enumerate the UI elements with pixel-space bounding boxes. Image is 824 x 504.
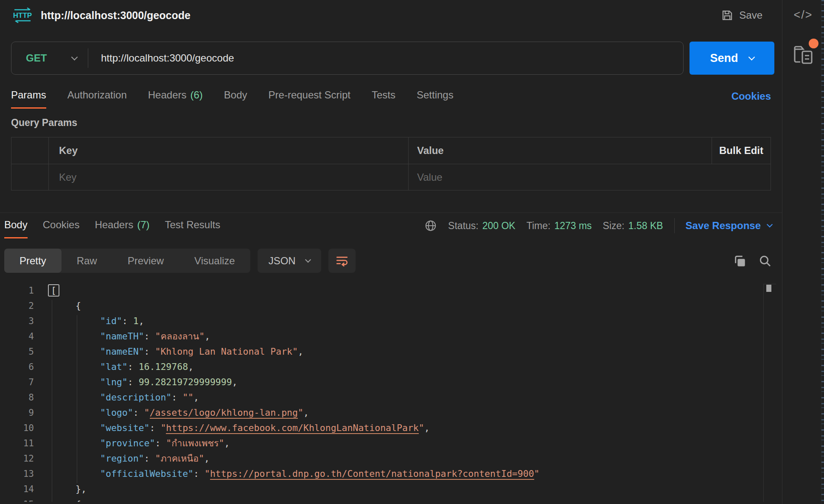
- code-token: :: [171, 392, 182, 403]
- resp-tab-headers[interactable]: Headers(7): [95, 219, 149, 238]
- url-box: GET http://localhost:3000/geocode: [11, 42, 684, 75]
- query-params-title: Query Params: [11, 117, 771, 129]
- tab-label: Body: [224, 89, 247, 101]
- code-token: "": [182, 392, 193, 403]
- save-button[interactable]: Save: [721, 9, 762, 22]
- code-minimap: [821, 0, 824, 504]
- code-token: :: [122, 316, 133, 326]
- code-line: 8"description": "",: [0, 390, 782, 405]
- mode-visualize[interactable]: Visualize: [179, 249, 250, 273]
- main-panel: HTTP http://localhost:3000/geocode Save: [0, 0, 782, 504]
- code-line: 15{: [0, 497, 782, 502]
- code-token: ,: [139, 316, 144, 326]
- code-line: 10"website": "https://www.facebook.com/K…: [0, 420, 782, 436]
- code-token: "region": [100, 453, 144, 464]
- code-token: ,: [205, 331, 210, 342]
- code-token: ": [298, 407, 303, 418]
- send-button[interactable]: Send: [689, 42, 774, 75]
- tab-params[interactable]: Params: [11, 89, 46, 109]
- code-token: "officialWebsite": [100, 468, 193, 479]
- json-link[interactable]: https://www.facebook.com/KhlongLanNation…: [166, 423, 418, 434]
- code-token: ,: [193, 392, 199, 403]
- mode-raw[interactable]: Raw: [62, 249, 112, 273]
- status-stat: Status: 200 OK: [448, 220, 516, 232]
- line-number: 2: [0, 298, 34, 314]
- response-viewer-toolbar: PrettyRawPreviewVisualize JSON: [4, 249, 772, 273]
- table-row: Key Value: [11, 164, 771, 190]
- tab-label: Tests: [372, 89, 395, 101]
- method-selector[interactable]: GET: [11, 42, 88, 74]
- json-link[interactable]: /assets/logo/khlong-lan.png: [150, 407, 298, 419]
- code-token: ,: [204, 453, 210, 464]
- search-button[interactable]: [758, 254, 772, 268]
- code-token: :: [144, 346, 155, 357]
- scrollbar-track: [763, 284, 776, 284]
- line-number: 7: [0, 375, 34, 390]
- code-line: 5"nameEN": "Khlong Lan National Park",: [0, 344, 782, 359]
- viewer-actions: [733, 249, 772, 273]
- mode-preview[interactable]: Preview: [112, 249, 179, 273]
- code-token: :: [150, 423, 161, 433]
- chevron-down-icon: [767, 221, 773, 227]
- format-selector[interactable]: JSON: [258, 249, 321, 273]
- mode-pretty[interactable]: Pretty: [4, 249, 62, 273]
- resp-tab-body[interactable]: Body: [4, 219, 28, 238]
- bulk-edit-button[interactable]: Bulk Edit: [712, 137, 771, 164]
- notification-dot: [809, 39, 818, 48]
- tab-tests[interactable]: Tests: [372, 89, 395, 109]
- code-token: "description": [100, 392, 171, 403]
- indent-guide: [77, 315, 77, 483]
- code-token: ,: [424, 423, 430, 433]
- url-input[interactable]: http://localhost:3000/geocode: [101, 52, 234, 64]
- app-window: HTTP http://localhost:3000/geocode Save: [0, 0, 824, 504]
- code-token: [: [48, 284, 59, 297]
- code-token: 1: [133, 316, 139, 326]
- line-number: 6: [0, 359, 34, 375]
- tab-count: (6): [191, 89, 203, 101]
- code-line: 14},: [0, 482, 782, 497]
- line-number: 15: [0, 497, 34, 502]
- code-snippet-button[interactable]: </>: [782, 8, 824, 22]
- code-token: ,: [303, 407, 309, 418]
- code-token: "nameTH": [100, 331, 144, 342]
- code-token: "id": [100, 316, 122, 326]
- tab-settings[interactable]: Settings: [417, 89, 454, 109]
- resp-tab-test-results[interactable]: Test Results: [165, 219, 220, 238]
- request-title: http://localhost:3000/geocode: [41, 9, 191, 22]
- line-number: 9: [0, 405, 34, 420]
- send-label: Send: [710, 52, 738, 65]
- documentation-button[interactable]: [791, 44, 815, 67]
- chevron-down-icon: [71, 53, 78, 60]
- line-number: 11: [0, 436, 34, 451]
- tab-pre-request-script[interactable]: Pre-request Script: [269, 89, 350, 109]
- code-line: 2{: [0, 298, 782, 314]
- code-token: "ภาคเหนือ": [155, 453, 204, 464]
- copy-button[interactable]: [733, 254, 746, 268]
- wrap-lines-button[interactable]: [328, 249, 356, 273]
- param-value-input[interactable]: Value: [409, 164, 771, 190]
- tab-label: Params: [11, 89, 46, 101]
- line-number: 5: [0, 344, 34, 359]
- scrollbar-thumb[interactable]: [766, 285, 771, 292]
- tab-label: Headers: [95, 219, 133, 230]
- tab-headers[interactable]: Headers(6): [148, 89, 203, 109]
- json-link[interactable]: https://portal.dnp.go.th/Content/nationa…: [210, 468, 534, 480]
- tab-body[interactable]: Body: [224, 89, 247, 109]
- code-token: ": [205, 468, 210, 479]
- save-label: Save: [739, 9, 762, 21]
- globe-icon: [424, 219, 437, 232]
- tab-authorization[interactable]: Authorization: [67, 89, 127, 109]
- cookies-link[interactable]: Cookies: [732, 90, 771, 109]
- line-number: 13: [0, 466, 34, 482]
- code-line: 7"lng": 99.28219729999999,: [0, 375, 782, 390]
- save-response-button[interactable]: Save Response: [686, 220, 772, 232]
- svg-text:HTTP: HTTP: [13, 11, 32, 20]
- resp-tab-cookies[interactable]: Cookies: [43, 219, 80, 238]
- code-token: 16.129768: [139, 361, 188, 372]
- code-line: 6"lat": 16.129768,: [0, 359, 782, 375]
- checkbox-column: [11, 137, 49, 164]
- param-key-input[interactable]: Key: [49, 164, 409, 190]
- code-token: ,: [298, 346, 303, 357]
- chevron-down-icon[interactable]: [748, 53, 755, 60]
- code-line: 3"id": 1,: [0, 314, 782, 329]
